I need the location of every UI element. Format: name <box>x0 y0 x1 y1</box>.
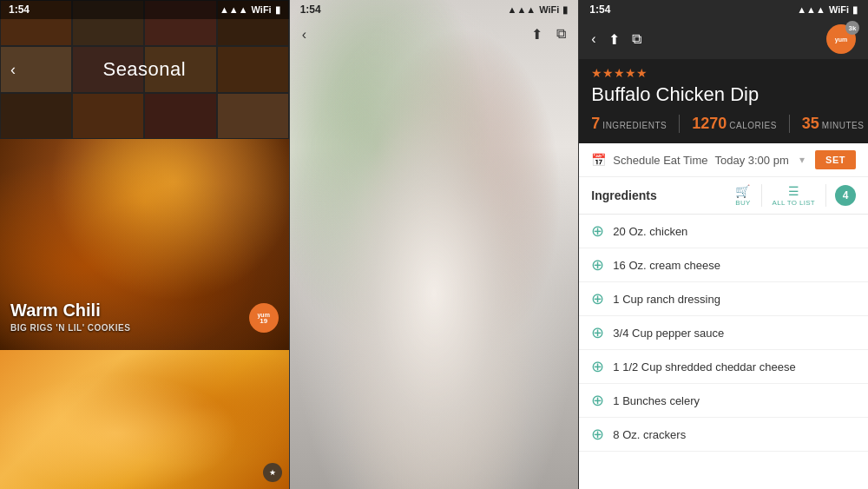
ingredient-list: ⊕ 20 Oz. chicken ⊕ 16 Oz. cream cheese ⊕… <box>579 215 868 489</box>
copy-button-p2[interactable]: ⧉ <box>556 26 566 43</box>
recipe-title: Warm Chili <box>10 301 279 320</box>
time-display-p3: 1:54 <box>589 3 610 16</box>
schedule-left: 📅 Schedule Eat Time Today 3:00 pm ▾ <box>591 153 804 167</box>
panel-food-detail: 1:54 ▲▲▲ WiFi ▮ ‹ ⬆ ⧉ <box>289 0 580 489</box>
schedule-row: 📅 Schedule Eat Time Today 3:00 pm ▾ SET <box>579 143 868 177</box>
ingredient-text-3: 1 Cup ranch dressing <box>613 293 720 306</box>
recipe-name: Buffalo Chicken Dip <box>591 83 856 106</box>
add-ingredient-7[interactable]: ⊕ <box>591 426 604 442</box>
add-ingredient-5[interactable]: ⊕ <box>591 359 604 374</box>
ingredient-item-1: ⊕ 20 Oz. chicken <box>579 215 868 248</box>
recipe-info: Warm Chili BIG RIGS 'N LIL' COOKIES <box>10 301 279 333</box>
all-to-list-label: ALL TO LIST <box>773 199 815 207</box>
add-ingredient-2[interactable]: ⊕ <box>591 257 604 273</box>
ingredients-count: 7 <box>591 115 600 133</box>
share-button-p3[interactable]: ⬆ <box>608 31 620 48</box>
wifi-icon-p3: WiFi <box>829 4 849 15</box>
recipe-title-area: ★★★★★ Buffalo Chicken Dip 7 Ingredients … <box>579 59 868 143</box>
calories-count: 1270 <box>692 115 727 133</box>
ingredients-title: Ingredients <box>591 188 656 202</box>
food-photo-overlay <box>290 0 579 489</box>
ingredient-item-2: ⊕ 16 Oz. cream cheese <box>579 248 868 282</box>
bottom-badge-icon: ★ <box>269 468 276 477</box>
back-button-p2[interactable]: ‹ <box>302 27 306 43</box>
stat-minutes: 35 Minutes <box>802 115 868 133</box>
signal-icon-p2: ▲▲▲ <box>508 4 536 15</box>
cart-icon: 🛒 <box>735 184 750 198</box>
ingredient-text-5: 1 1/2 Cup shredded cheddar cheese <box>613 360 795 373</box>
ingredient-item-3: ⊕ 1 Cup ranch dressing <box>579 282 868 316</box>
panel-recipe-detail: 1:54 ▲▲▲ WiFi ▮ ‹ ⬆ ⧉ yum 3k ★★★★★ Buffa… <box>579 0 868 489</box>
battery-icon-p2: ▮ <box>562 4 568 16</box>
ingredient-text-7: 8 Oz. crackers <box>613 428 686 441</box>
ingredient-item-4: ⊕ 3/4 Cup pepper sauce <box>579 316 868 350</box>
schedule-time[interactable]: Today 3:00 pm <box>714 154 788 167</box>
toolbar-left: ‹ <box>302 27 306 43</box>
stat-calories: 1270 Calories <box>692 115 790 133</box>
yum-avatar-label: yum <box>835 36 847 43</box>
buy-label: BUY <box>735 199 750 207</box>
minutes-label: Minutes <box>822 121 865 130</box>
yum-count: 19 <box>260 318 267 325</box>
add-ingredient-1[interactable]: ⊕ <box>591 223 604 239</box>
recipe-author: BIG RIGS 'N LIL' COOKIES <box>10 323 279 333</box>
set-button[interactable]: SET <box>815 150 856 169</box>
minutes-count: 35 <box>802 115 819 133</box>
ingredient-item-5: ⊕ 1 1/2 Cup shredded cheddar cheese <box>579 350 868 384</box>
signal-icon-p3: ▲▲▲ <box>797 4 825 15</box>
bottom-card[interactable]: ★ <box>0 350 289 489</box>
add-ingredient-3[interactable]: ⊕ <box>591 291 604 307</box>
wifi-icon: WiFi <box>252 4 272 15</box>
battery-icon-p3: ▮ <box>852 4 858 16</box>
ingredient-text-2: 16 Oz. cream cheese <box>613 259 720 272</box>
all-to-list-button[interactable]: ☰ ALL TO LIST <box>762 184 826 207</box>
back-icon[interactable]: ‹ <box>10 61 16 79</box>
ingredients-actions: 🛒 BUY ☰ ALL TO LIST 4 <box>725 184 856 207</box>
yum-avatar[interactable]: yum 3k <box>826 24 856 54</box>
time-display-p2: 1:54 <box>300 3 321 16</box>
list-icon: ☰ <box>788 184 799 198</box>
ingredient-text-4: 3/4 Cup pepper sauce <box>613 327 724 340</box>
recipe-detail-header: 1:54 ▲▲▲ WiFi ▮ ‹ ⬆ ⧉ yum 3k ★★★★★ Buffa… <box>579 0 868 143</box>
status-bar-p2: 1:54 ▲▲▲ WiFi ▮ <box>290 0 579 19</box>
buy-button[interactable]: 🛒 BUY <box>725 184 761 207</box>
wifi-icon-p2: WiFi <box>539 4 559 15</box>
stats-row: 7 Ingredients 1270 Calories 35 Minutes <box>591 115 856 133</box>
star-rating: ★★★★★ <box>591 66 856 80</box>
chevron-down-icon: ▾ <box>799 154 805 166</box>
yum-avatar-count: 3k <box>845 21 859 35</box>
status-bar-p3: 1:54 ▲▲▲ WiFi ▮ <box>579 0 868 19</box>
toolbar-p2: ‹ ⬆ ⧉ <box>290 19 579 50</box>
ingredient-item-6: ⊕ 1 Bunches celery <box>579 384 868 418</box>
calendar-icon: 📅 <box>591 153 606 167</box>
status-icons-p2: ▲▲▲ WiFi ▮ <box>508 4 569 16</box>
signal-icon: ▲▲▲ <box>220 4 248 15</box>
add-ingredient-4[interactable]: ⊕ <box>591 325 604 340</box>
ingredient-text-1: 20 Oz. chicken <box>613 225 687 238</box>
yum-badge[interactable]: yum 19 <box>249 303 279 333</box>
panel-recipe-list: ‹ Seasonal 1:54 ▲▲▲ WiFi ▮ Warm Chili BI… <box>0 0 289 489</box>
ingredient-item-7: ⊕ 8 Oz. crackers <box>579 418 868 452</box>
calories-label: Calories <box>729 121 777 130</box>
seasonal-overlay: ‹ Seasonal <box>0 0 289 139</box>
share-button-p2[interactable]: ⬆ <box>531 26 542 43</box>
copy-button-p3[interactable]: ⧉ <box>632 31 641 47</box>
add-ingredient-6[interactable]: ⊕ <box>591 393 604 408</box>
status-icons: ▲▲▲ WiFi ▮ <box>220 4 280 16</box>
status-bar-p1: 1:54 ▲▲▲ WiFi ▮ <box>0 0 289 19</box>
bottom-badge: ★ <box>263 463 282 482</box>
stat-ingredients: 7 Ingredients <box>591 115 680 133</box>
servings-count[interactable]: 4 <box>835 185 856 206</box>
status-icons-p3: ▲▲▲ WiFi ▮ <box>797 4 858 16</box>
warm-chili-card[interactable]: Warm Chili BIG RIGS 'N LIL' COOKIES yum … <box>0 139 289 350</box>
ingredients-label: Ingredients <box>602 121 667 130</box>
ingredient-text-6: 1 Bunches celery <box>613 394 700 407</box>
seasonal-label: Seasonal <box>102 58 186 81</box>
back-button-p3[interactable]: ‹ <box>591 31 595 47</box>
time-display: 1:54 <box>9 3 30 16</box>
schedule-label: Schedule Eat Time <box>613 154 707 167</box>
toolbar-icons-left: ‹ ⬆ ⧉ <box>591 31 641 48</box>
toolbar-right: ⬆ ⧉ <box>531 26 566 43</box>
seasonal-header: ‹ Seasonal 1:54 ▲▲▲ WiFi ▮ <box>0 0 289 139</box>
battery-icon: ▮ <box>275 4 280 16</box>
